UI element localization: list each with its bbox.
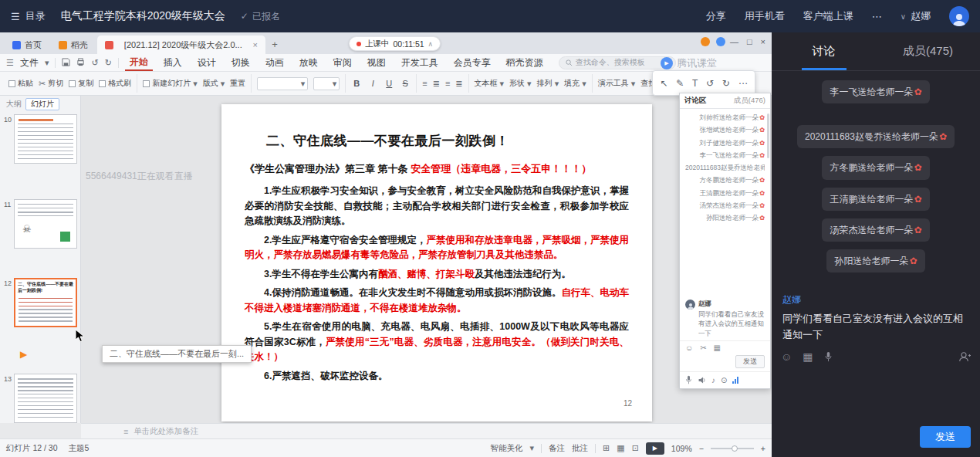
menu-tab[interactable]: 放映 [295, 54, 323, 71]
italic-button[interactable]: I [367, 79, 378, 88]
emoji-icon[interactable]: ☺ [781, 350, 792, 363]
watch-on-phone-button[interactable]: 用手机看 [745, 9, 785, 23]
undo-tool-icon[interactable]: ↺ [706, 78, 714, 89]
member-icon[interactable] [701, 37, 710, 46]
zoom-slider[interactable] [711, 448, 754, 449]
slide-thumbnail-12-selected[interactable]: 二、守住底线——不要在最后一刻跌倒! [14, 278, 77, 327]
speaker-icon[interactable] [698, 376, 706, 384]
layout-button[interactable]: 版式▾ [203, 78, 225, 89]
inner-discussion-tab[interactable]: 讨论区 [684, 96, 707, 106]
bullet-list-icon[interactable]: ≡ [445, 79, 450, 88]
menu-tab[interactable]: 切换 [227, 54, 255, 71]
menu-tab-start[interactable]: 开始 [125, 54, 153, 71]
menu-tab[interactable]: 审阅 [329, 54, 357, 71]
class-status-pill[interactable]: 上课中 00:11:51 ∧ [349, 36, 441, 51]
cut-button[interactable]: ✂剪切 [39, 78, 63, 89]
image-icon[interactable]: ▦ [803, 350, 813, 363]
zoom-out-button[interactable]: − [699, 444, 704, 453]
sorter-view-icon[interactable]: ▦ [617, 443, 624, 453]
outline-tab[interactable]: 大纲 [6, 99, 22, 110]
command-search-input[interactable]: 查找命令、搜索模板 [559, 56, 676, 69]
zoom-in-button[interactable]: + [761, 444, 765, 453]
maximize-window-icon[interactable]: □ [747, 37, 752, 46]
current-slide[interactable]: 二、守住底线——不要在最后一刻跌倒！ 《学生公寓管理办法》第三章 第十条 安全管… [221, 104, 652, 421]
discussion-tab[interactable]: 讨论 [772, 32, 876, 70]
print-icon[interactable] [76, 58, 85, 68]
wps-home-tab[interactable]: 首页 [5, 36, 49, 54]
smart-beautify-button[interactable]: 智能美化 [490, 443, 522, 454]
file-menu-dropdown-icon[interactable]: ▾ [45, 58, 49, 68]
play-from-slide-button[interactable]: ▶ [20, 349, 27, 360]
menu-tab[interactable]: 开发工具 [397, 54, 443, 71]
arrange-button[interactable]: 排列▾ [537, 78, 559, 89]
textbox-button[interactable]: 文本框▾ [475, 78, 505, 89]
menu-tab[interactable]: 插入 [159, 54, 187, 71]
normal-view-icon[interactable]: ⊞ [603, 443, 610, 453]
menu-tab[interactable]: 视图 [363, 54, 390, 71]
bold-button[interactable]: B [351, 79, 362, 88]
shape-button[interactable]: 形状▾ [509, 78, 532, 89]
slideshow-play-button[interactable]: ▶ [646, 442, 664, 455]
menu-tab[interactable]: 动画 [261, 54, 289, 71]
theme-name[interactable]: 主题5 [69, 443, 90, 454]
wps-docer-tab[interactable]: 稻壳 [51, 36, 96, 54]
slide-thumbnail-13[interactable] [14, 374, 77, 423]
close-tab-icon[interactable]: × [253, 40, 258, 49]
slide-thumbnail-10[interactable] [14, 114, 77, 164]
menu-tab[interactable]: 设计 [193, 54, 221, 71]
redo-icon[interactable]: ↻ [105, 58, 112, 68]
panel-scrollbar[interactable] [767, 113, 769, 158]
new-tab-button[interactable]: + [267, 36, 282, 54]
member-invite-icon[interactable] [959, 351, 971, 362]
pen-tool-icon[interactable]: ✎ [676, 78, 684, 89]
fill-button[interactable]: 填充▾ [564, 78, 586, 89]
more-tools-icon[interactable]: ⋯ [738, 78, 748, 89]
microphone-icon[interactable] [824, 351, 833, 362]
reset-button[interactable]: 重置 [230, 78, 245, 89]
align-center-icon[interactable]: ≣ [433, 79, 440, 89]
sync-icon[interactable] [716, 37, 725, 46]
save-icon[interactable] [62, 58, 70, 68]
chat-message-list[interactable]: 李一飞送给老师一朵✿ 2020111683赵曼乔送给老师一朵✿ 方冬鹏送给老师一… [772, 71, 980, 293]
strikethrough-button[interactable]: S [400, 79, 411, 88]
catalog-menu-button[interactable]: ☰ 目录 [11, 9, 46, 23]
notes-bar[interactable]: ≡ 单击此处添加备注 [81, 423, 772, 438]
new-slide-button[interactable]: 新建幻灯片▾ [143, 78, 198, 89]
zoom-slider-knob[interactable] [732, 445, 738, 452]
record-icon[interactable]: ⊙ [721, 376, 727, 384]
emoji-icon[interactable]: ☺ [685, 344, 693, 352]
wps-document-tab[interactable]: [2021.12] 2020级年级大会2.0... × [97, 36, 265, 54]
menu-tab[interactable]: 会员专享 [449, 54, 495, 71]
file-menu[interactable]: 文件 [20, 56, 39, 69]
menu-tab[interactable]: 稻壳资源 [502, 54, 548, 71]
align-left-icon[interactable]: ≡ [422, 79, 427, 88]
text-tool-icon[interactable]: T [692, 78, 698, 89]
user-menu[interactable]: ∨ 赵娜 [901, 9, 931, 23]
numbered-list-icon[interactable]: ≣ [455, 79, 462, 89]
slide-thumbnail-11[interactable]: ☠ [14, 199, 77, 249]
inner-members-tab[interactable]: 成员(476) [734, 96, 765, 106]
slides-tab[interactable]: 幻灯片 [25, 98, 59, 110]
cut-icon[interactable]: ✂ [700, 344, 706, 352]
select-tool-icon[interactable]: ↖ [660, 78, 667, 89]
send-button[interactable]: 发送 [920, 426, 971, 448]
client-class-button[interactable]: 客户端上课 [803, 9, 853, 23]
minimize-window-icon[interactable]: — [730, 37, 738, 46]
undo-icon[interactable]: ↺ [91, 58, 98, 68]
chat-input[interactable] [772, 366, 980, 426]
image-icon[interactable]: ▦ [714, 344, 721, 352]
more-button[interactable]: ⋯ [872, 11, 882, 22]
font-family-select[interactable]: ▾ [257, 77, 308, 90]
inner-send-button[interactable]: 发送 [735, 355, 765, 368]
reading-view-icon[interactable]: ⊡ [632, 443, 639, 453]
paste-button[interactable]: 粘贴 [8, 78, 33, 89]
members-tab[interactable]: 成员(475) [876, 32, 980, 70]
format-painter-button[interactable]: 格式刷 [99, 78, 131, 89]
close-window-icon[interactable]: × [761, 37, 765, 46]
music-icon[interactable]: ♪ [711, 376, 715, 384]
underline-button[interactable]: U [384, 79, 394, 88]
microphone-icon[interactable] [685, 375, 692, 384]
redo-tool-icon[interactable]: ↻ [722, 78, 730, 89]
font-size-select[interactable]: ▾ [313, 77, 340, 90]
present-tools-button[interactable]: 演示工具▾ [598, 78, 636, 89]
